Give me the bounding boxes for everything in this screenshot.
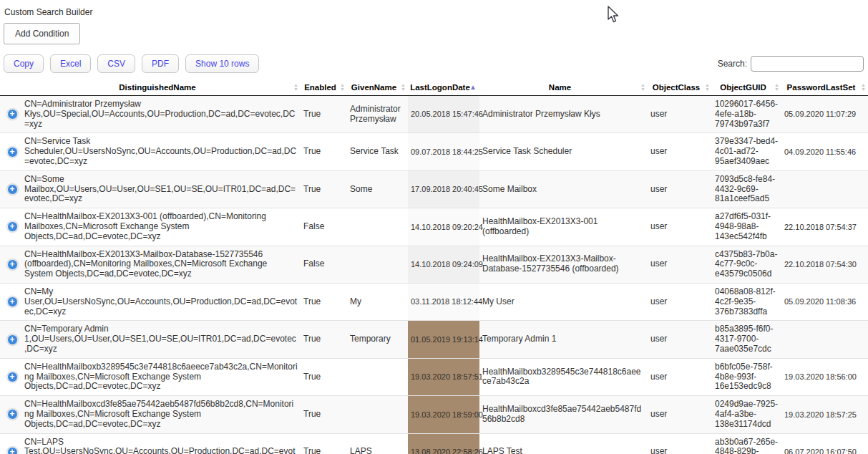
expand-row-icon[interactable]: + (7, 221, 18, 232)
cell-passwordlastset: 04.09.2020 11:55:46 (781, 133, 868, 170)
cell-name: HealthMailbox-EX2013X3-Mailbox-Database-… (479, 246, 648, 283)
export-button-show-10-rows[interactable]: Show 10 rows (185, 54, 259, 73)
cell-expand: + (0, 396, 21, 433)
cell-name: Administrator Przemysław Kłys (479, 96, 648, 133)
cell-dn: CN=HealthMailboxcd3fe85ae75442aeb5487fd5… (21, 396, 301, 433)
cell-dn: CN=Temporary Admin 1,OU=Users,OU=User,OU… (21, 321, 301, 358)
cell-enabled: True (301, 358, 347, 395)
cell-expand: + (0, 208, 21, 246)
cell-name: Service Task Scheduler (479, 133, 648, 170)
cell-objectguid: b6bfc05e-758f-4b8e-993f-16e153edc9c8 (712, 358, 781, 395)
column-header-lastlogondate[interactable]: LastLogonDate▲ (408, 79, 479, 96)
cell-givenname: Some (347, 170, 408, 208)
cell-givenname (347, 208, 408, 246)
sort-arrows-icon: ▲▼ (401, 83, 406, 92)
cell-passwordlastset: 06.07.2020 16:07:50 (781, 433, 868, 454)
expand-row-icon[interactable]: + (7, 259, 18, 270)
cell-expand: + (0, 96, 21, 133)
cell-name: LAPS Test (479, 433, 648, 454)
search-label: Search: (718, 59, 747, 69)
results-table: DistinguishedName▲▼Enabled▲▼GivenName▲▼L… (0, 79, 868, 454)
cell-givenname: Administrator Przemysław (347, 96, 408, 133)
column-header-objectclass[interactable]: ObjectClass▲▼ (648, 79, 712, 96)
table-row: +CN=Service Task Scheduler,OU=UsersNoSyn… (0, 133, 868, 170)
cell-enabled: False (301, 246, 347, 283)
cell-objectclass: user (648, 321, 712, 358)
export-button-copy[interactable]: Copy (4, 54, 44, 73)
cell-expand: + (0, 133, 21, 170)
export-buttons-group: CopyExcelCSVPDFShow 10 rows (4, 54, 259, 73)
export-button-pdf[interactable]: PDF (142, 54, 179, 73)
column-header-label: GivenName (351, 83, 396, 92)
cell-enabled: False (301, 208, 347, 246)
cell-lastlogondate: 13.08.2020 22:58:26 (408, 433, 479, 454)
cell-objectclass: user (648, 96, 712, 133)
column-header-name[interactable]: Name▲▼ (479, 79, 648, 96)
cell-passwordlastset: 22.10.2018 07:54:30 (781, 246, 868, 283)
table-row: +CN=LAPS Test,OU=UsersNoSync,OU=Accounts… (0, 433, 868, 454)
expand-row-icon[interactable]: + (7, 296, 18, 307)
cell-passwordlastset (781, 170, 868, 208)
cell-passwordlastset (781, 321, 868, 358)
expand-row-icon[interactable]: + (7, 334, 18, 345)
cell-objectguid: b85a3895-f6f0-4317-9700-7aae035e7cdc (712, 321, 781, 358)
table-body: +CN=Administrator Przemysław Kłys,OU=Spe… (0, 96, 868, 454)
cell-objectclass: user (648, 170, 712, 208)
column-header-givenname[interactable]: GivenName▲▼ (347, 79, 408, 96)
cell-lastlogondate: 14.10.2018 09:20:24 (408, 208, 479, 246)
sort-arrows-icon: ▲▼ (293, 83, 298, 92)
column-header-dn[interactable]: DistinguishedName▲▼ (21, 79, 301, 96)
cell-passwordlastset: 05.09.2020 11:08:36 (781, 283, 868, 320)
cell-objectclass: user (648, 208, 712, 246)
column-header-enabled[interactable]: Enabled▲▼ (301, 79, 347, 96)
cell-name: HealthMailboxb3289545c3e744818c6aeece7ab… (479, 358, 648, 395)
expand-row-icon[interactable]: + (7, 372, 18, 382)
cell-name: Some Mailbox (479, 170, 648, 208)
table-row: +CN=HealthMailbox-EX2013X3-001 (offboard… (0, 208, 868, 246)
cell-dn: CN=HealthMailboxb3289545c3e744818c6aeece… (21, 358, 301, 395)
cell-passwordlastset: 19.03.2020 18:56:00 (781, 358, 868, 395)
sort-down-icon: ▼ (774, 87, 779, 92)
column-header-label: DistinguishedName (119, 83, 195, 92)
export-button-excel[interactable]: Excel (50, 54, 91, 73)
cell-lastlogondate: 19.03.2020 18:59:00 (408, 396, 479, 433)
expand-row-icon[interactable]: + (7, 447, 18, 454)
cell-enabled: True (301, 96, 347, 133)
cell-givenname (347, 246, 408, 283)
table-toolbar: CopyExcelCSVPDFShow 10 rows Search: (4, 54, 864, 73)
cell-objectclass: user (648, 246, 712, 283)
table-row: +CN=Some Mailbox,OU=Users,OU=User,OU=SE1… (0, 170, 868, 208)
cell-dn: CN=My User,OU=UsersNoSync,OU=Accounts,OU… (21, 283, 301, 320)
sort-ascending-icon: ▲ (469, 84, 477, 91)
cell-objectguid: a27df6f5-031f-4948-98a8-143ec542f4fb (712, 208, 781, 246)
search-input[interactable] (751, 56, 864, 72)
cell-enabled: True (301, 321, 347, 358)
export-button-csv[interactable]: CSV (97, 54, 135, 73)
cell-givenname: Service Task (347, 133, 408, 170)
column-header-objectguid[interactable]: ObjectGUID▲▼ (712, 79, 781, 96)
cell-lastlogondate: 20.05.2018 15:47:46 (408, 96, 479, 133)
cell-dn: CN=Administrator Przemysław Kłys,OU=Spec… (21, 96, 301, 133)
cell-lastlogondate: 19.03.2020 18:57:51 (408, 358, 479, 395)
expand-row-icon[interactable]: + (7, 409, 18, 420)
cell-lastlogondate: 09.07.2018 18:44:25 (408, 133, 479, 170)
cell-dn: CN=HealthMailbox-EX2013X3-001 (offboarde… (21, 208, 301, 246)
cell-dn: CN=LAPS Test,OU=UsersNoSync,OU=Accounts,… (21, 433, 301, 454)
table-row: +CN=HealthMailbox-EX2013X3-Mailbox-Datab… (0, 246, 868, 283)
sort-arrows-icon: ▲▼ (340, 83, 345, 92)
expand-row-icon[interactable]: + (7, 184, 18, 195)
cell-objectguid: 0249d9ae-7925-4af4-a3be-138e31174dcd (712, 396, 781, 433)
cell-objectclass: user (648, 396, 712, 433)
cell-name: Temporary Admin 1 (479, 321, 648, 358)
column-header-label: Enabled (304, 83, 336, 92)
cell-enabled: True (301, 133, 347, 170)
cell-givenname (347, 358, 408, 395)
table-row: +CN=My User,OU=UsersNoSync,OU=Accounts,O… (0, 283, 868, 320)
expand-row-icon[interactable]: + (7, 147, 18, 158)
column-header-passwordlastset[interactable]: PasswordLastSet▲▼ (781, 79, 868, 96)
cell-passwordlastset: 19.03.2020 18:57:25 (781, 396, 868, 433)
add-condition-button[interactable]: Add Condition (4, 23, 80, 44)
expand-row-icon[interactable]: + (7, 109, 18, 120)
table-row: +CN=Administrator Przemysław Kłys,OU=Spe… (0, 96, 868, 133)
cell-dn: CN=Some Mailbox,OU=Users,OU=User,OU=SE1,… (21, 170, 301, 208)
